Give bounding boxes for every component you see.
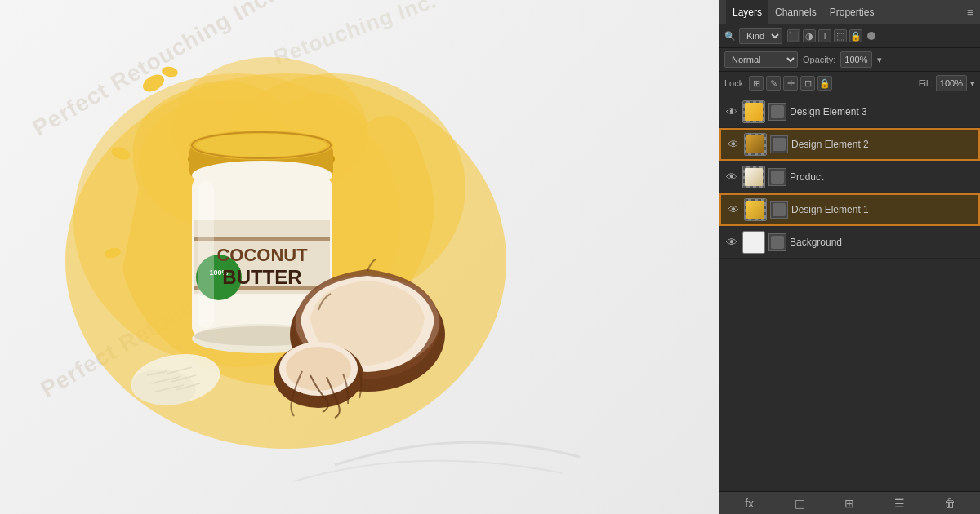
filter-icons: ⬛ ◑ T ⬚ 🔒 xyxy=(787,29,862,42)
add-mask-icon[interactable]: ◫ xyxy=(791,494,808,512)
lock-all-icon[interactable]: 🔒 xyxy=(817,76,832,91)
layer-mask-background xyxy=(768,233,786,251)
filter-adjust-icon[interactable]: ◑ xyxy=(803,29,816,42)
lock-paint-icon[interactable]: ✎ xyxy=(766,76,781,91)
svg-point-32 xyxy=(286,347,351,391)
layer-visibility-background[interactable]: 👁 xyxy=(724,235,739,250)
layer-item-background[interactable]: 👁 Background xyxy=(719,226,980,259)
fill-arrow[interactable]: ▾ xyxy=(970,78,975,89)
layer-name-background: Background xyxy=(790,237,975,248)
panel-tabs-bar: Layers Channels Properties ≡ xyxy=(719,0,980,24)
layer-mask-design-element-3 xyxy=(768,103,786,121)
tab-channels[interactable]: Channels xyxy=(768,0,823,24)
layer-mask-design-element-2 xyxy=(770,135,788,153)
filter-type-icon[interactable]: T xyxy=(818,29,831,42)
opacity-arrow[interactable]: ▾ xyxy=(877,55,882,65)
layer-name-design-element-3: Design Element 3 xyxy=(790,106,975,117)
blend-mode-select[interactable]: Normal xyxy=(724,51,798,68)
illustration-area: Perfect Retouching Inc. Perfect Retouchi… xyxy=(0,0,719,514)
svg-text:COCONUT: COCONUT xyxy=(216,245,308,265)
blend-row: Normal Opacity: 100% ▾ xyxy=(719,48,980,72)
layer-visibility-design-element-1[interactable]: 👁 xyxy=(726,202,741,217)
panel-bottom-toolbar: fx ◫ ⊞ ☰ 🗑 xyxy=(719,491,980,514)
layer-thumbnail-design-element-2 xyxy=(744,133,767,156)
svg-point-8 xyxy=(161,65,179,78)
filter-label: 🔍 xyxy=(724,31,736,42)
layer-visibility-product[interactable]: 👁 xyxy=(724,170,739,184)
layer-item-product[interactable]: 👁 Product xyxy=(719,161,980,193)
filter-toggle-dot[interactable] xyxy=(867,32,875,40)
add-adjustment-icon[interactable]: fx xyxy=(741,494,759,512)
fill-label: Fill: xyxy=(919,78,933,88)
filter-row: 🔍 Kind ⬛ ◑ T ⬚ 🔒 xyxy=(719,24,980,48)
opacity-value[interactable]: 100% xyxy=(840,51,871,68)
layer-mask-design-element-1 xyxy=(770,201,788,219)
filter-smart-icon[interactable]: 🔒 xyxy=(849,29,862,42)
lock-transparency-icon[interactable]: ⊞ xyxy=(749,76,764,91)
layer-thumbnail-design-element-1 xyxy=(744,198,767,221)
layer-item-design-element-3[interactable]: 👁 Design Element 3 xyxy=(719,95,980,128)
layer-name-design-element-2: Design Element 2 xyxy=(791,139,973,150)
lock-move-icon[interactable]: ✛ xyxy=(783,76,798,91)
layers-list: 👁 Design Element 3 👁 Design Elem xyxy=(719,95,980,491)
svg-rect-18 xyxy=(194,237,330,241)
tab-layers[interactable]: Layers xyxy=(726,0,768,24)
layer-item-design-element-2[interactable]: 👁 Design Element 2 xyxy=(719,128,980,161)
layer-item-design-element-1[interactable]: 👁 Design Element 1 xyxy=(719,193,980,226)
layer-visibility-design-element-3[interactable]: 👁 xyxy=(724,104,739,119)
svg-rect-24 xyxy=(198,181,214,328)
layer-visibility-design-element-2[interactable]: 👁 xyxy=(726,137,741,152)
layer-name-design-element-1: Design Element 1 xyxy=(791,204,973,215)
lock-icons: ⊞ ✎ ✛ ⊡ 🔒 xyxy=(749,76,832,91)
svg-text:BUTTER: BUTTER xyxy=(222,266,301,288)
lock-row: Lock: ⊞ ✎ ✛ ⊡ 🔒 Fill: 100% ▾ xyxy=(719,72,980,95)
lock-label: Lock: xyxy=(724,78,746,88)
layer-mask-product xyxy=(768,168,786,186)
layers-panel: Layers Channels Properties ≡ 🔍 Kind ⬛ ◑ … xyxy=(719,0,980,514)
layer-thumbnail-background xyxy=(742,231,765,254)
panel-menu-icon[interactable]: ≡ xyxy=(967,6,973,19)
tab-properties[interactable]: Properties xyxy=(823,0,881,24)
filter-pixel-icon[interactable]: ⬛ xyxy=(787,29,800,42)
fill-value[interactable]: 100% xyxy=(936,75,967,91)
filter-shape-icon[interactable]: ⬚ xyxy=(834,29,847,42)
delete-layer-icon[interactable]: 🗑 xyxy=(941,494,959,512)
create-group-icon[interactable]: ⊞ xyxy=(840,494,858,512)
create-layer-icon[interactable]: ☰ xyxy=(891,494,909,512)
layer-name-product: Product xyxy=(790,171,975,183)
layer-thumbnail-product xyxy=(742,166,765,188)
filter-select[interactable]: Kind xyxy=(739,28,782,44)
main-illustration: 100% COCONUT BUTTER xyxy=(0,0,719,514)
layer-thumbnail-design-element-3 xyxy=(742,100,765,123)
svg-point-12 xyxy=(196,134,327,157)
lock-artboard-icon[interactable]: ⊡ xyxy=(800,76,815,91)
opacity-label: Opacity: xyxy=(803,55,835,64)
